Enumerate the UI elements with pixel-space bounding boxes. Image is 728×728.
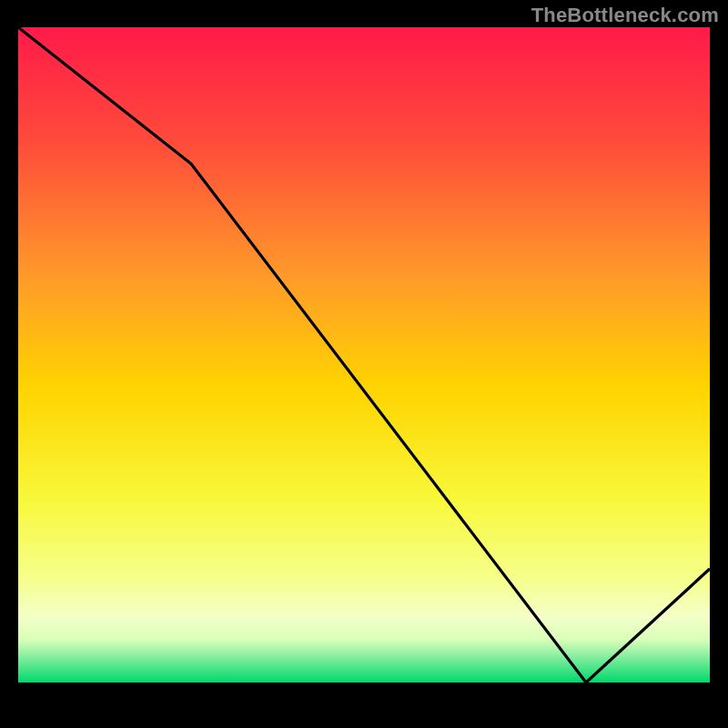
bottleneck-chart bbox=[18, 27, 710, 710]
x-axis-strip bbox=[18, 682, 710, 710]
attribution-text: TheBottleneck.com bbox=[531, 4, 719, 27]
chart-background bbox=[18, 27, 710, 682]
